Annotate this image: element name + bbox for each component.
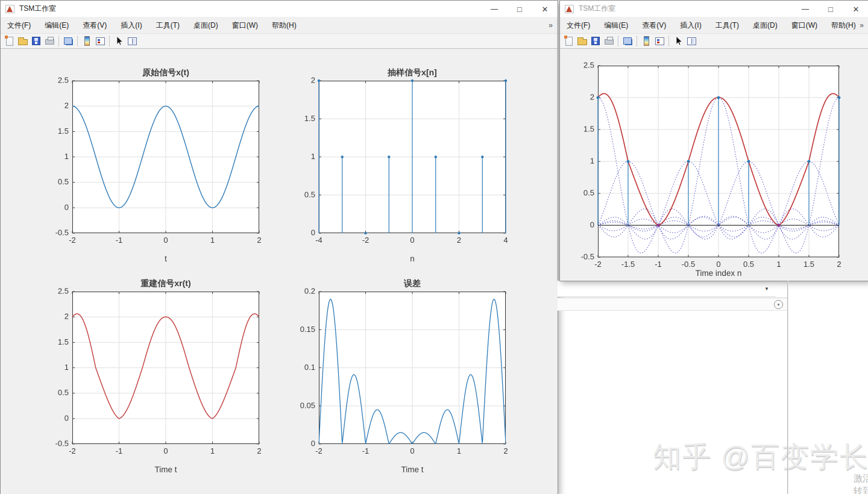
toolbar-separator	[58, 36, 59, 46]
insert-legend-icon[interactable]	[93, 34, 107, 48]
print-figure-icon[interactable]	[602, 34, 615, 48]
open-file-icon[interactable]	[16, 34, 30, 48]
menu-item-help[interactable]: 帮助(H)	[826, 18, 861, 33]
toolbar-items	[562, 34, 698, 48]
save-figure-icon[interactable]	[30, 34, 43, 48]
activation-line2: 转到	[854, 484, 868, 494]
collapse-panel-icon[interactable]: ▼	[774, 300, 783, 309]
dropdown-arrow-icon[interactable]: ▼	[760, 283, 773, 295]
menu-item-insert[interactable]: 插入(I)	[115, 18, 147, 33]
plot-reconstructed-signal	[34, 275, 269, 477]
menu-item-edit[interactable]: 编辑(E)	[599, 18, 634, 33]
figure-canvas-area	[561, 49, 868, 280]
plot-error-signal	[281, 275, 516, 477]
toolbar-separator	[637, 36, 637, 46]
copy-figure-icon[interactable]	[61, 34, 75, 48]
maximize-button[interactable]: □	[818, 1, 843, 17]
figure-canvas-area	[1, 49, 557, 494]
toolbar-separator	[618, 36, 618, 46]
panel-divider	[787, 281, 788, 494]
plot-original-signal	[34, 64, 269, 266]
window-title: TSM工作室	[579, 4, 615, 14]
plot-sinc-interpolation	[568, 52, 868, 280]
close-button[interactable]: ✕	[843, 1, 868, 17]
menu-item-tools[interactable]: 工具(T)	[710, 18, 744, 33]
windows-activation-text: 激活 转到	[854, 472, 868, 494]
menu-item-desktop[interactable]: 桌面(D)	[747, 18, 783, 33]
save-figure-icon[interactable]	[589, 34, 602, 48]
edit-plot-cursor-icon[interactable]	[112, 34, 125, 48]
plot-sampled-signal	[281, 64, 516, 266]
figure-window-right: TSM工作室 — □ ✕ 文件(F)编辑(E)查看(V)插入(I)工具(T)桌面…	[559, 0, 868, 281]
menu-item-tools[interactable]: 工具(T)	[151, 18, 185, 33]
figure-window-left: TSM工作室 — □ ✕ 文件(F)编辑(E)查看(V)插入(I)工具(T)桌面…	[0, 0, 558, 494]
toolbar-items	[3, 34, 139, 48]
window-title: TSM工作室	[19, 4, 56, 14]
property-editor-icon[interactable]	[685, 34, 698, 48]
maximize-button[interactable]: □	[507, 1, 532, 17]
new-figure-icon[interactable]	[562, 34, 576, 48]
desktop: { "chrome": { "minimize_glyph": "—", "ma…	[0, 0, 868, 494]
menu-item-view[interactable]: 查看(V)	[637, 18, 671, 33]
menu-item-insert[interactable]: 插入(I)	[675, 18, 706, 33]
activation-line1: 激活	[854, 472, 868, 484]
matlab-logo-icon	[565, 5, 574, 13]
watermark-text: 知乎 @百变学长	[653, 438, 868, 476]
menu-bar: 文件(F)编辑(E)查看(V)插入(I)工具(T)桌面(D)窗口(W)帮助(H)…	[1, 17, 558, 33]
menu-item-window[interactable]: 窗口(W)	[227, 18, 263, 33]
minimize-button[interactable]: —	[482, 1, 507, 17]
menu-item-edit[interactable]: 编辑(E)	[39, 18, 74, 33]
menu-item-desktop[interactable]: 桌面(D)	[188, 18, 224, 33]
edit-plot-cursor-icon[interactable]	[671, 34, 685, 48]
menu-overflow-chevron[interactable]: »	[549, 21, 553, 30]
insert-colorbar-icon[interactable]	[80, 34, 93, 48]
menu-items: 文件(F)编辑(E)查看(V)插入(I)工具(T)桌面(D)窗口(W)帮助(H)	[561, 18, 864, 33]
figure-toolbar	[560, 33, 868, 49]
toolbar-separator	[668, 36, 669, 46]
background-combo-field[interactable]: ▼	[558, 281, 776, 297]
menu-items: 文件(F)编辑(E)查看(V)插入(I)工具(T)桌面(D)窗口(W)帮助(H)	[2, 18, 305, 33]
new-figure-icon[interactable]	[3, 34, 16, 48]
menu-overflow-chevron[interactable]: »	[860, 21, 864, 30]
title-bar[interactable]: TSM工作室 — □ ✕	[560, 1, 868, 17]
copy-figure-icon[interactable]	[621, 34, 634, 48]
insert-legend-icon[interactable]	[653, 34, 666, 48]
menu-item-file[interactable]: 文件(F)	[2, 18, 36, 33]
print-figure-icon[interactable]	[43, 34, 56, 48]
figure-toolbar	[1, 33, 558, 49]
insert-colorbar-icon[interactable]	[640, 34, 653, 48]
minimize-button[interactable]: —	[793, 1, 818, 17]
menu-item-window[interactable]: 窗口(W)	[786, 18, 823, 33]
toolbar-separator	[109, 36, 110, 46]
menu-item-help[interactable]: 帮助(H)	[266, 18, 302, 33]
title-bar[interactable]: TSM工作室 — □ ✕	[1, 1, 558, 17]
open-file-icon[interactable]	[576, 34, 589, 48]
background-panel-header: ▼	[558, 298, 788, 311]
menu-bar: 文件(F)编辑(E)查看(V)插入(I)工具(T)桌面(D)窗口(W)帮助(H)…	[560, 17, 868, 33]
matlab-logo-icon	[5, 5, 14, 13]
menu-item-file[interactable]: 文件(F)	[561, 18, 596, 33]
close-button[interactable]: ✕	[532, 1, 558, 17]
property-editor-icon[interactable]	[125, 34, 139, 48]
toolbar-separator	[77, 36, 78, 46]
menu-item-view[interactable]: 查看(V)	[77, 18, 112, 33]
